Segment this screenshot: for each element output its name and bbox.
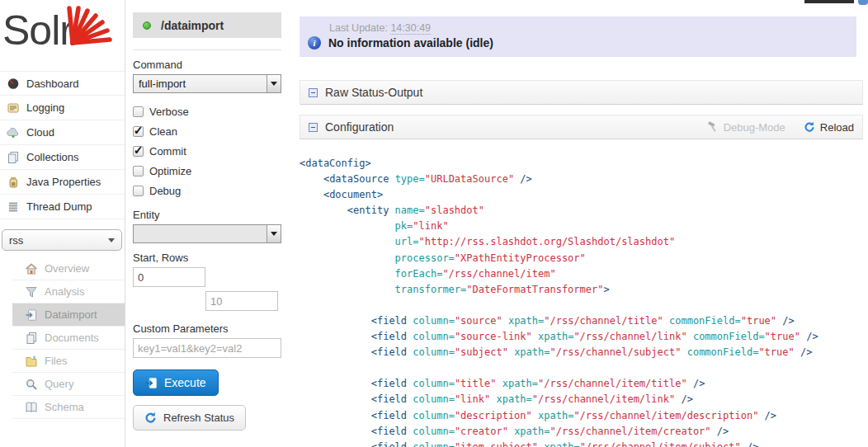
- core-nav-item-label: Documents: [45, 332, 99, 344]
- chevron-down-icon: [267, 75, 281, 92]
- thread-dump-icon: [7, 200, 20, 214]
- home-icon: [25, 262, 38, 275]
- core-nav-item-schema[interactable]: Schema: [12, 396, 125, 419]
- collapse-icon[interactable]: [309, 123, 318, 132]
- reload-button[interactable]: Reload: [804, 121, 854, 134]
- checkbox-verbose[interactable]: [133, 106, 144, 117]
- execute-button[interactable]: Execute: [133, 369, 219, 396]
- flag-clean[interactable]: Clean: [133, 121, 281, 141]
- core-nav-item-query[interactable]: Query: [12, 373, 125, 396]
- core-nav-item-documents[interactable]: Documents: [12, 327, 125, 350]
- raw-status-output-title: Raw Status-Output: [325, 86, 422, 99]
- query-icon: [25, 378, 38, 391]
- core-nav-item-dataimport[interactable]: Dataimport: [12, 303, 125, 327]
- core-nav-item-files[interactable]: Files: [12, 350, 125, 373]
- checkbox-optimize[interactable]: [133, 166, 144, 176]
- flag-verbose[interactable]: Verbose: [133, 101, 281, 121]
- status-dot-icon: [143, 21, 151, 30]
- main-nav: DashboardLoggingCloudCollectionsJava Pro…: [0, 71, 125, 219]
- core-nav-item-label: Analysis: [45, 285, 84, 298]
- flag-label: Clean: [149, 125, 177, 138]
- sidebar-item-cloud[interactable]: Cloud: [0, 120, 125, 145]
- refresh-status-label: Refresh Status: [163, 412, 234, 424]
- screen-edge-artifact-blue: [858, 0, 868, 5]
- sidebar-item-label: Java Properties: [26, 176, 101, 188]
- entity-select[interactable]: [133, 224, 281, 243]
- core-selector-value: rss: [9, 234, 23, 247]
- command-select[interactable]: full-import: [133, 74, 281, 93]
- checkbox-commit[interactable]: [133, 146, 144, 157]
- execute-button-label: Execute: [164, 376, 206, 389]
- dataimport-form-panel: /dataimport Command full-import VerboseC…: [125, 0, 291, 447]
- info-icon: i: [308, 36, 321, 49]
- sidebar-item-dashboard[interactable]: Dashboard: [0, 71, 125, 96]
- core-nav-item-label: Query: [45, 378, 73, 390]
- sidebar-item-label: Thread Dump: [26, 200, 92, 213]
- sidebar-item-label: Cloud: [26, 126, 54, 139]
- core-nav-item-label: Files: [45, 355, 67, 367]
- entity-label: Entity: [133, 209, 281, 221]
- core-nav-item-overview[interactable]: Overview: [12, 257, 125, 280]
- custom-parameters-label: Custom Parameters: [133, 322, 281, 335]
- flag-label: Optimize: [149, 165, 191, 177]
- dashboard-icon: [7, 77, 20, 90]
- command-flags: VerboseCleanCommitOptimizeDebug: [133, 101, 281, 200]
- flag-optimize[interactable]: Optimize: [133, 161, 281, 181]
- status-info-box: Last Update: 14:30:49 i No information a…: [300, 16, 856, 57]
- documents-icon: [25, 332, 38, 345]
- sidebar-item-thread-dump[interactable]: Thread Dump: [0, 195, 125, 219]
- java-properties-icon: [7, 176, 20, 189]
- flag-label: Verbose: [149, 106, 189, 118]
- flag-commit[interactable]: Commit: [133, 141, 281, 161]
- sidebar-item-java-properties[interactable]: Java Properties: [0, 170, 125, 195]
- files-icon: [25, 355, 38, 368]
- custom-parameters-input[interactable]: [133, 338, 281, 358]
- collapse-icon[interactable]: [309, 88, 318, 97]
- flag-debug[interactable]: Debug: [133, 181, 281, 200]
- core-nav: OverviewAnalysisDataimportDocumentsFiles…: [12, 257, 125, 419]
- last-update: Last Update: 14:30:49: [308, 22, 848, 34]
- chevron-down-icon: [108, 238, 115, 242]
- logging-icon: [7, 101, 20, 115]
- solr-logo-flare-icon: [64, 2, 116, 48]
- collections-icon: [7, 151, 20, 164]
- debug-mode-label: Debug-Mode: [724, 121, 785, 134]
- form-separator: [133, 49, 281, 50]
- checkbox-debug[interactable]: [133, 186, 144, 196]
- dataimport-config-xml: <dataConfig> <dataSource type="URLDataSo…: [300, 156, 863, 447]
- main-content: Last Update: 14:30:49 i No information a…: [291, 0, 868, 447]
- raw-status-output-header[interactable]: Raw Status-Output: [300, 80, 863, 105]
- core-nav-item-analysis[interactable]: Analysis: [12, 280, 125, 303]
- start-input[interactable]: [133, 267, 205, 287]
- debug-mode-button[interactable]: Debug-Mode: [707, 121, 785, 134]
- sidebar-item-label: Logging: [26, 101, 64, 114]
- dataimport-icon: [25, 308, 38, 322]
- refresh-status-button[interactable]: Refresh Status: [133, 405, 246, 431]
- rows-input[interactable]: [205, 291, 278, 311]
- checkbox-clean[interactable]: [133, 126, 144, 137]
- solr-admin-app: Solr DashboardLoggingCloudCollectionsJav…: [0, 0, 868, 447]
- sidebar-item-collections[interactable]: Collections: [0, 145, 125, 170]
- configuration-header[interactable]: Configuration Debug-Mode Reload: [300, 115, 863, 139]
- status-message: No information available (idle): [328, 36, 493, 49]
- handler-name: /dataimport: [161, 19, 224, 32]
- core-selector-dropdown[interactable]: rss: [2, 229, 122, 251]
- command-select-value: full-import: [139, 78, 186, 90]
- command-label: Command: [133, 59, 281, 71]
- core-nav-item-label: Overview: [45, 262, 89, 275]
- start-rows-label: Start, Rows: [133, 252, 281, 264]
- execute-icon: [145, 377, 158, 389]
- reload-icon: [804, 121, 815, 133]
- sidebar-item-logging[interactable]: Logging: [0, 96, 125, 120]
- schema-icon: [25, 401, 38, 414]
- configuration-title: Configuration: [325, 120, 394, 134]
- last-update-time[interactable]: 14:30:49: [390, 22, 431, 35]
- flag-label: Commit: [149, 145, 186, 158]
- refresh-icon: [144, 412, 157, 424]
- solr-logo-text: Solr: [2, 7, 73, 54]
- sidebar-item-label: Dashboard: [26, 78, 79, 90]
- solr-logo[interactable]: Solr: [0, 0, 125, 71]
- flag-label: Debug: [149, 185, 181, 197]
- configuration-actions: Debug-Mode Reload: [707, 121, 854, 134]
- last-update-label: Last Update:: [329, 22, 388, 34]
